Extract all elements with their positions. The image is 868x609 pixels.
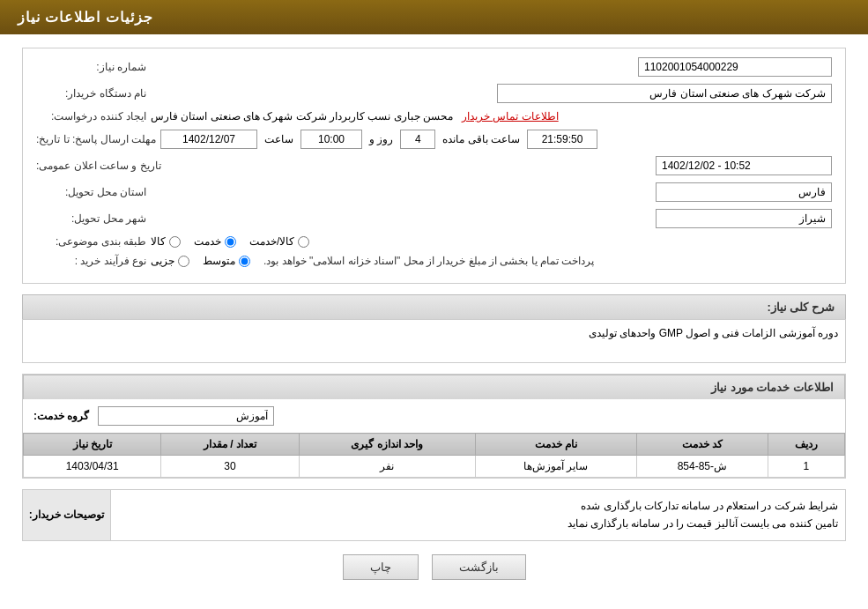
back-button[interactable]: بازگشت: [432, 554, 526, 580]
buyer-org-input[interactable]: [497, 84, 832, 103]
category-label: طبقه بندی موضوعی:: [36, 235, 151, 248]
table-row: 1 ش-85-854 سایر آموزش‌ها نفر 30 1403/04/…: [24, 456, 845, 478]
button-row: بازگشت چاپ: [22, 554, 846, 580]
group-label: گروه خدمت:: [33, 410, 89, 422]
need-number-value: [151, 57, 832, 77]
need-info-section: شماره نیاز: نام دستگاه خریدار: ایجاد کنن…: [22, 48, 846, 284]
print-button[interactable]: چاپ: [343, 554, 419, 580]
buyer-notes-content: شرایط شرکت در استعلام در سامانه تدارکات …: [111, 490, 845, 540]
buyer-org-row: نام دستگاه خریدار:: [36, 84, 832, 103]
creator-value: محسن جباری نسب کاربردار شرکت شهرک های صن…: [151, 110, 832, 123]
col-row-num: ردیف: [768, 434, 844, 456]
need-desc-section: شرح کلی نیاز: دوره آموزشی الزامات فنی و …: [22, 294, 846, 363]
buyer-notes-label: توصیحات خریدار:: [23, 490, 111, 540]
purchase-partial[interactable]: جزیی: [151, 255, 189, 267]
province-input[interactable]: [656, 182, 832, 202]
main-container: جزئیات اطلاعات نیاز شماره نیاز: نام دستگ…: [0, 0, 868, 609]
deadline-date-input[interactable]: [160, 130, 257, 149]
announce-row: تاریخ و ساعت اعلان عمومی:: [36, 156, 832, 175]
days-label: روز و: [369, 133, 393, 145]
buyer-org-label: نام دستگاه خریدار:: [36, 87, 151, 100]
goods-label: کالا: [151, 235, 166, 248]
province-label: استان محل تحویل:: [36, 186, 151, 198]
purchase-radio-group: جزیی متوسط: [151, 255, 250, 267]
deadline-time-input[interactable]: [300, 130, 362, 149]
col-quantity: تعداد / مقدار: [161, 434, 299, 456]
col-unit: واحد اندازه گیری: [299, 434, 475, 456]
city-row: شهر محل تحویل:: [36, 209, 832, 228]
goods-radio[interactable]: [169, 236, 181, 248]
purchase-type-value: جزیی متوسط پرداخت تمام یا بخشی از مبلغ خ…: [151, 255, 832, 267]
province-row: استان محل تحویل:: [36, 182, 832, 202]
deadline-label: مهلت ارسال پاسخ: تا تاریخ:: [36, 133, 160, 145]
deadline-row: مهلت ارسال پاسخ: تا تاریخ: ساعت روز و سا…: [36, 130, 832, 149]
buyer-notes-section: توصیحات خریدار: شرایط شرکت در استعلام در…: [22, 489, 846, 541]
remaining-time-input[interactable]: [527, 130, 597, 149]
medium-radio[interactable]: [239, 256, 250, 267]
purchase-type-label: نوع فرآیند خرید :: [36, 255, 151, 267]
days-input[interactable]: [400, 130, 435, 149]
buyer-org-value: [151, 84, 832, 103]
province-value: [151, 182, 832, 202]
col-service-name: نام خدمت: [475, 434, 636, 456]
creator-text: محسن جباری نسب کاربردار شرکت شهرک های صن…: [151, 110, 453, 123]
purchase-desc: پرداخت تمام یا بخشی از مبلغ خریدار از مح…: [263, 255, 594, 267]
cell-row-num: 1: [768, 456, 844, 478]
time-label: ساعت: [264, 133, 293, 145]
need-desc-title: شرح کلی نیاز:: [22, 294, 846, 319]
announce-input[interactable]: [656, 156, 832, 175]
service-group-row: گروه خدمت:: [23, 399, 845, 433]
service-table: ردیف کد خدمت نام خدمت واحد اندازه گیری ت…: [23, 433, 845, 478]
city-value: [151, 209, 832, 228]
category-options: کالا خدمت کالا/خدمت: [151, 235, 832, 248]
need-number-row: شماره نیاز:: [36, 57, 832, 77]
announce-value: [166, 156, 832, 175]
col-date: تاریخ نیاز: [24, 434, 161, 456]
cell-service-code: ش-85-854: [636, 456, 768, 478]
city-label: شهر محل تحویل:: [36, 212, 151, 225]
need-desc-content: دوره آموزشی الزامات فنی و اصول GMP واحده…: [22, 319, 846, 363]
cell-date: 1403/04/31: [24, 456, 161, 478]
page-header: جزئیات اطلاعات نیاز: [0, 0, 868, 34]
need-desc-text: دوره آموزشی الزامات فنی و اصول GMP واحده…: [589, 327, 838, 339]
remaining-label: ساعت باقی مانده: [442, 133, 520, 145]
need-number-label: شماره نیاز:: [36, 61, 151, 73]
both-radio[interactable]: [298, 236, 309, 248]
category-option-goods[interactable]: کالا: [151, 235, 181, 248]
announce-label: تاریخ و ساعت اعلان عمومی:: [36, 160, 166, 172]
cell-service-name: سایر آموزش‌ها: [475, 456, 636, 478]
category-row: طبقه بندی موضوعی: کالا خدمت کالا/خدمت: [36, 235, 832, 248]
category-option-service[interactable]: خدمت: [194, 235, 236, 248]
cell-unit: نفر: [299, 456, 475, 478]
page-title: جزئیات اطلاعات نیاز: [18, 10, 153, 25]
group-input[interactable]: [98, 406, 274, 426]
buyer-notes-line1: شرایط شرکت در استعلام در سامانه تدارکات …: [118, 497, 838, 515]
purchase-type-row: نوع فرآیند خرید : جزیی متوسط: [36, 255, 832, 267]
medium-label: متوسط: [203, 255, 235, 267]
category-option-both[interactable]: کالا/خدمت: [249, 235, 309, 248]
creator-row: ایجاد کننده درخواست: محسن جباری نسب کارب…: [36, 110, 832, 123]
purchase-medium[interactable]: متوسط: [203, 255, 250, 267]
service-label: خدمت: [194, 235, 221, 248]
both-label: کالا/خدمت: [249, 235, 294, 248]
cell-quantity: 30: [161, 456, 299, 478]
service-info-title: اطلاعات خدمات مورد نیاز: [23, 375, 845, 399]
deadline-value: ساعت روز و ساعت باقی مانده: [160, 130, 832, 149]
buyer-notes-line2: تامین کننده می بایست آنالیز قیمت را در س…: [118, 515, 838, 532]
contact-link[interactable]: اطلاعات تماس خریدار: [462, 110, 559, 123]
col-service-code: کد خدمت: [636, 434, 768, 456]
service-radio[interactable]: [225, 236, 236, 248]
need-number-input[interactable]: [638, 57, 832, 77]
partial-radio[interactable]: [178, 256, 189, 267]
city-input[interactable]: [656, 209, 832, 228]
service-info-section: اطلاعات خدمات مورد نیاز گروه خدمت: ردیف …: [22, 374, 846, 479]
creator-label: ایجاد کننده درخواست:: [36, 110, 151, 123]
partial-label: جزیی: [151, 255, 174, 267]
table-header-row: ردیف کد خدمت نام خدمت واحد اندازه گیری ت…: [24, 434, 845, 456]
